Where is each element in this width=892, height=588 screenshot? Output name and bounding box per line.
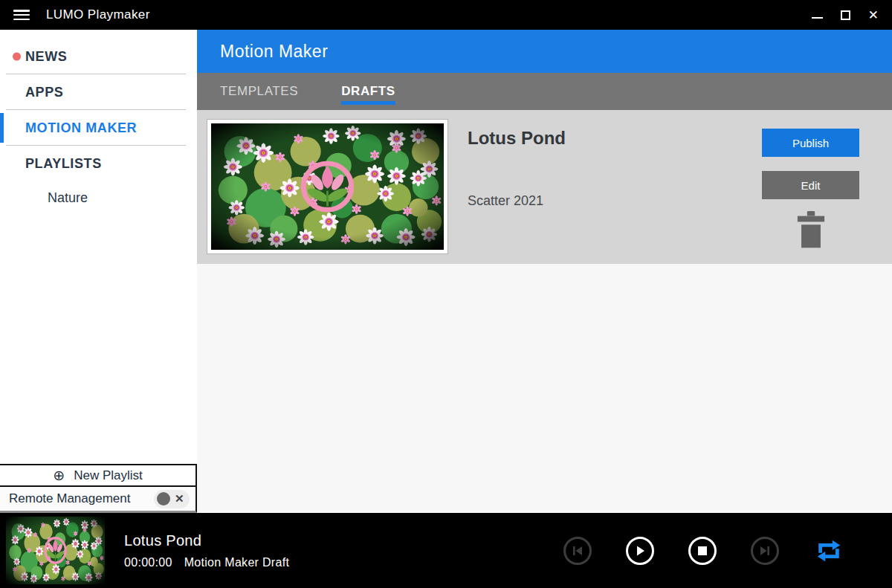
tab-bar: TEMPLATES DRAFTS (197, 73, 892, 110)
draft-title: Lotus Pond (468, 128, 762, 149)
delete-draft-button[interactable] (795, 211, 827, 252)
main-panel: Motion Maker TEMPLATES DRAFTS Lotus Pond… (197, 30, 892, 513)
publish-button[interactable]: Publish (762, 129, 859, 157)
play-button[interactable] (626, 537, 654, 565)
tab-drafts[interactable]: DRAFTS (341, 73, 395, 110)
draft-subtitle: Scatter 2021 (468, 193, 762, 209)
play-icon (634, 545, 646, 557)
page-title: Motion Maker (220, 42, 328, 62)
remote-close-icon[interactable]: ✕ (175, 492, 184, 505)
sidebar-item-label: APPS (25, 85, 63, 100)
player-thumbnail (6, 517, 105, 584)
skip-previous-icon (572, 545, 584, 557)
tab-label: TEMPLATES (220, 84, 298, 99)
stop-button[interactable] (688, 537, 717, 565)
sidebar-nav: NEWS APPS MOTION MAKER PLAYLISTS Nature (0, 30, 197, 214)
previous-button[interactable] (563, 537, 592, 565)
remote-management-toggle[interactable]: ✕ (154, 490, 190, 508)
draft-thumbnail[interactable] (207, 119, 448, 254)
window-controls: ✕ (812, 0, 879, 30)
active-tab-underline (341, 101, 395, 105)
remote-management-bar: Remote Management ✕ (0, 487, 197, 513)
player-info: Lotus Pond 00:00:00 Motion Maker Draft (124, 532, 289, 569)
sidebar-item-playlists[interactable]: PLAYLISTS (0, 146, 197, 181)
repeat-button[interactable] (813, 537, 844, 565)
player-time: 00:00:00 (124, 556, 172, 569)
draft-info: Lotus Pond Scatter 2021 (468, 110, 762, 264)
sidebar-subitem-nature[interactable]: Nature (0, 181, 197, 214)
player-bar: Lotus Pond 00:00:00 Motion Maker Draft (0, 513, 892, 588)
tab-label: DRAFTS (341, 84, 395, 99)
new-playlist-label: New Playlist (74, 468, 143, 483)
sidebar-item-label: PLAYLISTS (25, 156, 102, 172)
plus-circle-icon: ⊕ (53, 468, 65, 482)
lotus-pond-artwork (6, 517, 105, 584)
lotus-pond-artwork (211, 123, 444, 250)
sidebar-item-news[interactable]: NEWS (0, 39, 197, 74)
edit-button[interactable]: Edit (762, 171, 859, 199)
sidebar-item-motion-maker[interactable]: MOTION MAKER (0, 110, 197, 146)
draft-actions: Publish Edit (762, 110, 892, 264)
sidebar-item-label: NEWS (25, 49, 67, 65)
news-unread-dot-icon (13, 53, 21, 61)
remote-management-label: Remote Management (9, 491, 130, 506)
stop-icon (697, 546, 708, 556)
next-button[interactable] (751, 537, 779, 565)
sidebar-subitem-label: Nature (48, 190, 88, 206)
player-track-title: Lotus Pond (124, 532, 289, 549)
main-header: Motion Maker (197, 30, 892, 73)
maximize-icon[interactable] (841, 10, 850, 20)
skip-next-icon (759, 545, 771, 557)
content-empty-area (197, 264, 892, 513)
sidebar: NEWS APPS MOTION MAKER PLAYLISTS Nature … (0, 30, 197, 513)
draft-list-item: Lotus Pond Scatter 2021 Publish Edit (197, 110, 892, 264)
sidebar-bottom: ⊕ New Playlist Remote Management ✕ (0, 464, 197, 513)
sidebar-item-apps[interactable]: APPS (0, 74, 197, 110)
minimize-icon[interactable] (812, 17, 823, 19)
new-playlist-button[interactable]: ⊕ New Playlist (0, 464, 197, 487)
player-controls (563, 537, 844, 565)
sidebar-item-label: MOTION MAKER (25, 120, 137, 136)
app-body: NEWS APPS MOTION MAKER PLAYLISTS Nature … (0, 30, 892, 513)
player-track-type: Motion Maker Draft (184, 556, 289, 569)
hamburger-menu-icon[interactable] (13, 10, 30, 20)
app-title: LUMO Playmaker (46, 7, 150, 22)
repeat-icon (813, 537, 844, 565)
trash-icon (795, 211, 827, 250)
close-icon[interactable]: ✕ (868, 9, 879, 22)
player-subline: 00:00:00 Motion Maker Draft (124, 556, 289, 569)
toggle-knob-icon (157, 492, 170, 505)
title-bar: LUMO Playmaker ✕ (0, 0, 892, 30)
tab-templates[interactable]: TEMPLATES (220, 73, 298, 110)
